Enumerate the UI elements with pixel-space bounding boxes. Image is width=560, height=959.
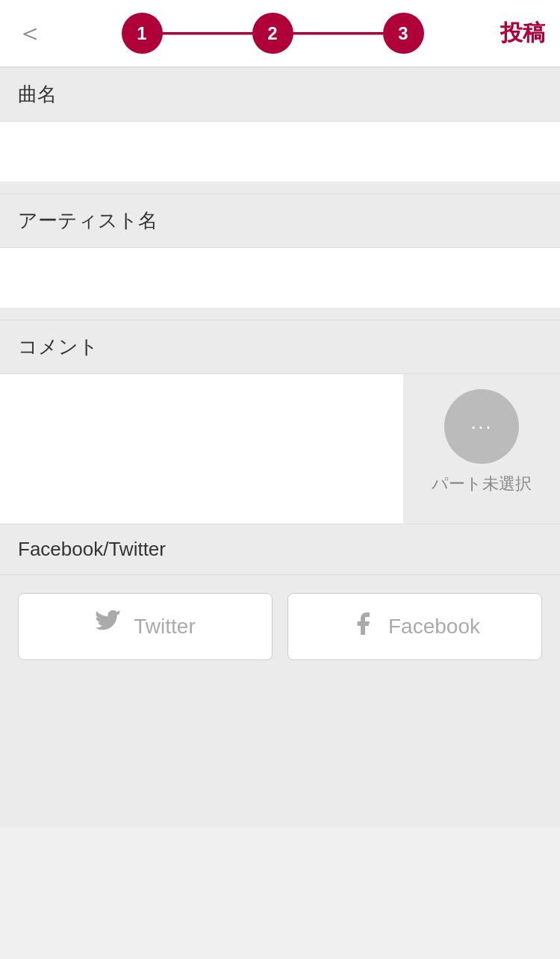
separator-2 (0, 308, 560, 320)
step-indicator: 1 2 3 (45, 13, 500, 54)
bottom-fill (0, 678, 560, 828)
step-1-circle: 1 (122, 13, 163, 54)
facebook-icon (349, 610, 376, 643)
comment-input[interactable] (0, 374, 403, 524)
song-name-input-area (0, 122, 560, 181)
twitter-label: Twitter (134, 615, 195, 639)
comment-body: ··· パート未選択 (0, 374, 560, 524)
artist-name-label: アーティスト名 (0, 193, 560, 248)
separator-1 (0, 181, 560, 193)
comment-textarea-wrap (0, 374, 403, 524)
twitter-button[interactable]: Twitter (18, 593, 273, 660)
facebook-label: Facebook (388, 615, 480, 639)
social-label: Facebook/Twitter (0, 524, 560, 575)
twitter-icon (95, 610, 122, 643)
step-2-circle: 2 (252, 13, 293, 54)
step-3-circle: 3 (383, 13, 424, 54)
facebook-button[interactable]: Facebook (287, 593, 542, 660)
post-button[interactable]: 投稿 (500, 18, 545, 49)
artist-name-input-area (0, 248, 560, 308)
dots-icon: ··· (470, 415, 492, 438)
part-label: パート未選択 (432, 473, 532, 495)
social-buttons: Twitter Facebook (0, 575, 560, 678)
back-button[interactable]: ＜ (15, 15, 45, 52)
comment-section: コメント ··· パート未選択 (0, 320, 560, 524)
artist-name-input[interactable] (18, 261, 542, 282)
part-selector[interactable]: ··· パート未選択 (403, 374, 560, 510)
song-name-input[interactable] (18, 135, 542, 156)
header: ＜ 1 2 3 投稿 (0, 0, 560, 67)
song-name-label: 曲名 (0, 67, 560, 122)
comment-label: コメント (0, 320, 560, 374)
part-circle-button[interactable]: ··· (444, 389, 519, 464)
